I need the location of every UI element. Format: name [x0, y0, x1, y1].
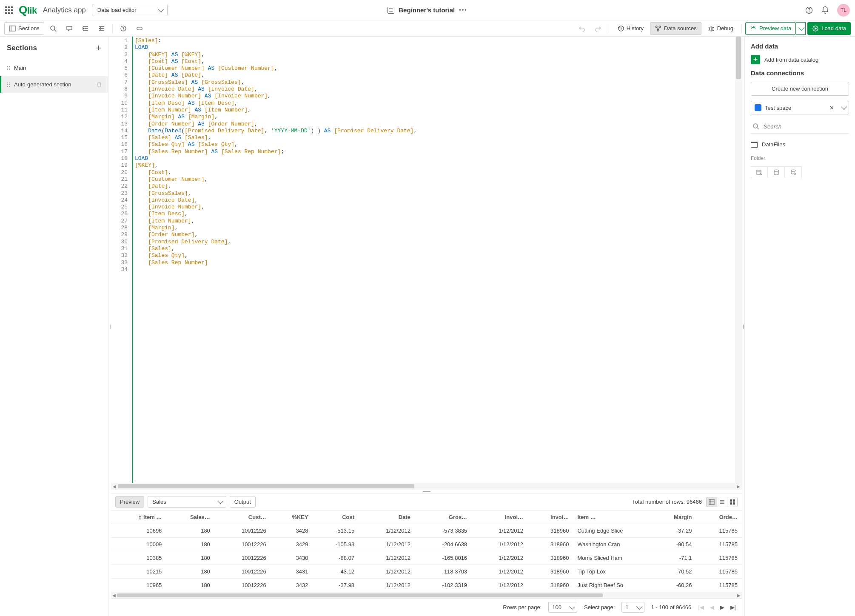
help-toolbar-button[interactable]: [116, 22, 131, 35]
vertical-scrollbar[interactable]: [735, 37, 742, 483]
document-icon: [388, 7, 394, 14]
svg-line-40: [757, 128, 759, 129]
history-label: History: [627, 25, 644, 31]
column-header[interactable]: Margin: [651, 510, 696, 524]
trash-icon[interactable]: [96, 82, 102, 88]
add-section-button[interactable]: +: [96, 43, 101, 54]
datafiles-label: DataFiles: [762, 141, 785, 148]
horizontal-scrollbar[interactable]: ◀▶: [111, 483, 742, 490]
apps-grid-icon[interactable]: [5, 6, 13, 14]
page-select[interactable]: 1: [621, 602, 644, 613]
redo-icon: [595, 25, 601, 32]
mode-dropdown[interactable]: Data load editor: [92, 4, 168, 16]
separator: [112, 24, 113, 33]
column-header[interactable]: Gros…: [415, 510, 471, 524]
create-connection-button[interactable]: Create new connection: [751, 82, 849, 96]
undo-button[interactable]: [575, 22, 589, 35]
column-header[interactable]: %KEY: [271, 510, 313, 524]
table-cell: 1/12/2012: [471, 579, 527, 592]
table-cell: 10012226: [214, 538, 271, 551]
search-input[interactable]: [764, 123, 847, 130]
page-range-label: 1 - 100 of 96466: [651, 604, 692, 610]
svg-point-19: [656, 26, 657, 28]
redo-button[interactable]: [591, 22, 605, 35]
table-horizontal-scrollbar[interactable]: ◀▶: [111, 592, 742, 598]
clear-icon[interactable]: ✕: [829, 105, 834, 111]
svg-rect-2: [9, 26, 15, 31]
comment-icon: [66, 25, 73, 32]
table-row[interactable]: 10965180100122263432-37.981/12/2012-102.…: [111, 579, 742, 592]
svg-rect-36: [733, 499, 735, 502]
table-cell: -165.8016: [415, 551, 471, 565]
table-cell: 318960: [527, 524, 573, 538]
comment-button[interactable]: [62, 22, 77, 35]
table-cell: 3431: [271, 565, 313, 579]
load-data-button[interactable]: Load data: [807, 22, 851, 35]
column-header[interactable]: Cust…: [214, 510, 271, 524]
column-header[interactable]: Date: [359, 510, 415, 524]
select-data-icon[interactable]: [751, 166, 768, 178]
last-page-button[interactable]: ▶|: [730, 604, 736, 610]
table-row[interactable]: 10009180100122263429-105.931/12/2012-204…: [111, 538, 742, 551]
preview-tab[interactable]: Preview: [115, 496, 144, 508]
grip-icon[interactable]: [7, 66, 10, 70]
debug-button[interactable]: Debug: [703, 22, 738, 35]
section-item[interactable]: Main: [0, 60, 108, 76]
view-grid-icon[interactable]: [727, 497, 737, 507]
search-connections[interactable]: [751, 120, 849, 134]
column-header[interactable]: Cost: [313, 510, 359, 524]
help-icon[interactable]: [805, 6, 813, 14]
table-cell: -513.15: [313, 524, 359, 538]
prev-page-button[interactable]: ◀: [710, 604, 714, 610]
code-editor[interactable]: [Sales]: LOAD [%KEY] AS [%KEY], [Cost] A…: [132, 37, 735, 483]
edit-connection-icon[interactable]: [785, 166, 802, 178]
help-circle-icon: [120, 25, 127, 32]
rows-per-page-select[interactable]: 100: [548, 602, 577, 613]
table-row[interactable]: 10385180100122263430-88.071/12/2012-165.…: [111, 551, 742, 565]
user-avatar[interactable]: TL: [837, 4, 850, 17]
preview-data-button[interactable]: Preview data: [745, 22, 796, 35]
column-header[interactable]: Orde…: [696, 510, 742, 524]
tag-button[interactable]: [132, 22, 147, 35]
view-table-icon[interactable]: [707, 497, 717, 507]
column-header[interactable]: Invoi…: [471, 510, 527, 524]
tag-icon: [136, 25, 143, 32]
preview-data-dropdown[interactable]: [796, 22, 806, 35]
panel-drag-handle[interactable]: [111, 490, 742, 493]
history-button[interactable]: History: [613, 22, 648, 35]
sections-toggle-button[interactable]: Sections: [4, 22, 44, 35]
more-menu-icon[interactable]: •••: [459, 7, 467, 13]
output-tab[interactable]: Output: [230, 496, 256, 508]
bell-icon[interactable]: [821, 6, 829, 14]
column-header[interactable]: Item …: [573, 510, 651, 524]
section-item[interactable]: Auto-generated section: [0, 76, 108, 93]
table-select-dropdown[interactable]: Sales: [148, 496, 226, 508]
add-from-catalog-button[interactable]: + Add from data catalog: [751, 55, 849, 64]
table-cell: 10385: [111, 551, 166, 565]
search-button[interactable]: [46, 22, 60, 35]
grip-icon[interactable]: [7, 83, 10, 87]
space-selector[interactable]: Test space ✕: [751, 101, 849, 114]
table-cell: 180: [166, 565, 214, 579]
first-page-button[interactable]: |◀: [698, 604, 704, 610]
view-list-icon[interactable]: [717, 497, 727, 507]
table-row[interactable]: 10215180100122263431-43.121/12/2012-118.…: [111, 565, 742, 579]
column-header[interactable]: Invoi…: [527, 510, 573, 524]
data-sources-button[interactable]: Data sources: [650, 22, 701, 35]
column-header[interactable]: Item …: [111, 510, 166, 524]
insert-script-icon[interactable]: [768, 166, 785, 178]
plus-icon: +: [751, 55, 760, 64]
folder-icon: [751, 142, 758, 148]
total-rows-label: Total number of rows: 96466: [632, 499, 702, 505]
table-cell: 1/12/2012: [471, 524, 527, 538]
next-page-button[interactable]: ▶: [720, 604, 724, 610]
table-cell: 318960: [527, 538, 573, 551]
table-cell: 115785: [696, 538, 742, 551]
datafiles-item[interactable]: DataFiles: [751, 139, 849, 150]
outdent-button[interactable]: [94, 22, 109, 35]
section-label: Auto-generated section: [14, 81, 71, 88]
column-header[interactable]: Sales…: [166, 510, 214, 524]
table-cell: 1/12/2012: [359, 579, 415, 592]
table-row[interactable]: 10696180100122263428-513.151/12/2012-573…: [111, 524, 742, 538]
indent-button[interactable]: [78, 22, 93, 35]
